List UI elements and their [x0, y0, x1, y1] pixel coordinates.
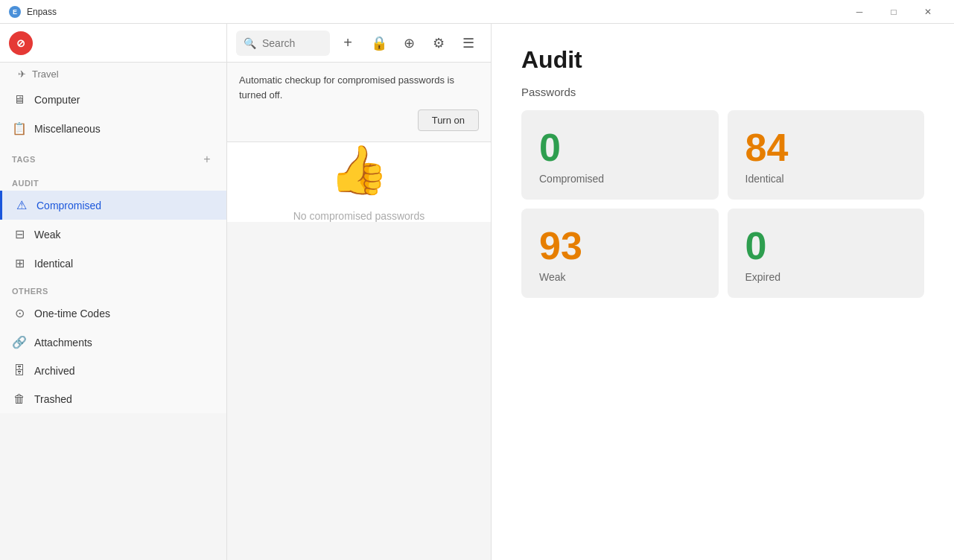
add-tag-button[interactable]: +	[200, 152, 214, 167]
search-toolbar: 🔍 + 🔒 ⊕ ⚙ ☰	[227, 24, 491, 63]
avatar-icon: ⊘	[16, 37, 25, 49]
computer-icon: 🖥	[12, 93, 27, 106]
compromised-count: 0	[539, 128, 701, 167]
sidebar-item-onetimecodes[interactable]: ⊙ One-time Codes	[0, 299, 226, 328]
sidebar-item-miscellaneous-label: Miscellaneous	[34, 123, 101, 135]
thumbs-up-icon: 👍	[329, 142, 389, 198]
archived-icon: 🗄	[12, 364, 27, 378]
audit-section-header: AUDIT	[0, 170, 226, 191]
turn-on-button[interactable]: Turn on	[418, 109, 479, 131]
expired-count: 0	[745, 226, 907, 265]
titlebar: E Enpass ─ □ ✕	[0, 0, 954, 24]
history-button[interactable]: ⊕	[395, 30, 422, 57]
sidebar-item-identical[interactable]: ⊞ Identical	[0, 249, 226, 278]
sidebar-item-weak[interactable]: ⊟ Weak	[0, 220, 226, 249]
sidebar-item-identical-label: Identical	[34, 258, 73, 270]
sidebar-item-trashed[interactable]: 🗑 Trashed	[0, 385, 226, 413]
app-logo: E	[9, 6, 21, 18]
others-section-header: OTHERS	[0, 278, 226, 299]
weak-card-label: Weak	[539, 271, 701, 283]
toolbar: ⊘	[0, 24, 226, 63]
sidebar-item-computer-label: Computer	[34, 94, 80, 106]
avatar[interactable]: ⊘	[9, 31, 33, 55]
compromised-card-label: Compromised	[539, 173, 701, 185]
menu-button[interactable]: ☰	[455, 30, 482, 57]
history-icon: ⊕	[404, 35, 415, 51]
sidebar-item-onetimecodes-label: One-time Codes	[34, 308, 110, 319]
menu-icon: ☰	[462, 35, 474, 51]
add-item-button[interactable]: +	[336, 31, 360, 55]
identical-count: 84	[745, 128, 907, 167]
close-button[interactable]: ✕	[911, 0, 945, 24]
empty-state: 👍 No compromised passwords	[227, 142, 491, 222]
sidebar-item-computer[interactable]: 🖥 Computer	[0, 86, 226, 114]
notification-text: Automatic checkup for compromised passwo…	[239, 73, 479, 102]
compromised-card[interactable]: 0 Compromised	[521, 110, 719, 200]
search-icon: 🔍	[244, 37, 256, 49]
right-panel: Audit Passwords 0 Compromised 84 Identic…	[492, 24, 954, 560]
middle-panel: Automatic checkup for compromised passwo…	[227, 63, 492, 222]
settings-button[interactable]: ⚙	[425, 30, 452, 57]
identical-card-label: Identical	[745, 173, 907, 185]
sidebar-item-attachments[interactable]: 🔗 Attachments	[0, 328, 226, 357]
identical-card[interactable]: 84 Identical	[728, 110, 925, 200]
identical-icon: ⊞	[12, 256, 27, 270]
toolbar-right: 🔒 ⊕ ⚙ ☰	[366, 30, 482, 57]
minimize-button[interactable]: ─	[842, 0, 877, 24]
sidebar-item-miscellaneous[interactable]: 📋 Miscellaneous	[0, 114, 226, 143]
sidebar-item-compromised-label: Compromised	[36, 200, 101, 211]
sidebar-item-compromised[interactable]: ⚠ Compromised	[0, 191, 226, 220]
app-title: Enpass	[27, 7, 57, 17]
sidebar-item-attachments-label: Attachments	[34, 337, 92, 349]
search-bar[interactable]: 🔍	[236, 31, 330, 56]
trashed-icon: 🗑	[12, 392, 27, 406]
lock-button[interactable]: 🔒	[366, 30, 392, 57]
sidebar-item-archived-label: Archived	[34, 365, 74, 377]
passwords-label: Passwords	[521, 86, 924, 98]
app-body: ⊘ ✈ Travel 🖥 Computer 📋 Miscellaneous TA…	[0, 24, 954, 560]
audit-label: AUDIT	[12, 179, 39, 188]
window-controls: ─ □ ✕	[842, 0, 945, 24]
maximize-button[interactable]: □	[877, 0, 911, 24]
attachments-icon: 🔗	[12, 335, 27, 349]
search-input[interactable]	[262, 37, 322, 49]
stats-grid: 0 Compromised 84 Identical 93 Weak 0 Exp…	[521, 110, 924, 298]
sidebar: ✈ Travel 🖥 Computer 📋 Miscellaneous TAGS…	[0, 63, 227, 413]
lock-icon: 🔒	[371, 35, 387, 51]
settings-icon: ⚙	[433, 35, 445, 51]
tags-section-header: TAGS +	[0, 143, 226, 170]
weak-card[interactable]: 93 Weak	[521, 209, 719, 298]
audit-title: Audit	[521, 46, 924, 74]
onetimecodes-icon: ⊙	[12, 306, 27, 320]
others-label: OTHERS	[12, 287, 48, 296]
titlebar-left: E Enpass	[9, 6, 57, 18]
weak-count: 93	[539, 226, 701, 265]
weak-icon: ⊟	[12, 227, 27, 241]
empty-state-text: No compromised passwords	[293, 210, 425, 222]
compromised-icon: ⚠	[14, 198, 29, 212]
expired-card[interactable]: 0 Expired	[728, 209, 925, 298]
sidebar-item-weak-label: Weak	[34, 229, 61, 241]
expired-card-label: Expired	[745, 271, 907, 283]
miscellaneous-icon: 📋	[12, 121, 27, 136]
sidebar-item-trashed-label: Trashed	[34, 393, 72, 405]
tags-label: TAGS	[12, 155, 36, 164]
travel-icon: ✈	[18, 69, 26, 80]
sidebar-item-archived[interactable]: 🗄 Archived	[0, 357, 226, 385]
notification-bar: Automatic checkup for compromised passwo…	[227, 63, 491, 142]
sidebar-item-travel[interactable]: ✈ Travel	[0, 63, 226, 86]
sidebar-item-travel-label: Travel	[32, 69, 59, 80]
